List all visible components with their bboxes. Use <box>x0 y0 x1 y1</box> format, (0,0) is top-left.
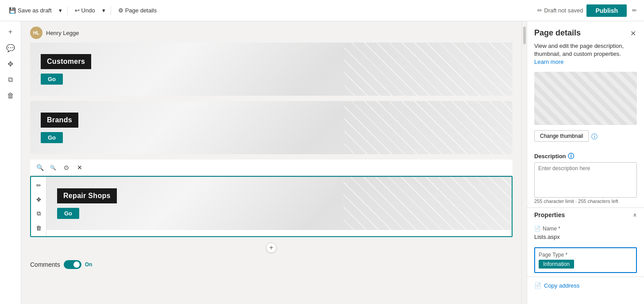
divider-2 <box>111 6 111 15</box>
comments-label: Comments <box>30 261 60 268</box>
name-value: Lists.aspx <box>534 234 637 240</box>
file-icon: 📄 <box>534 226 541 232</box>
repair-shops-card-title: Repair Shops <box>57 188 117 203</box>
webpart-duplicate-button[interactable]: ⧉ <box>33 208 44 219</box>
undo-label: Undo <box>81 7 95 14</box>
chevron-down-icon: ▾ <box>59 7 62 14</box>
panel-description-text: View and edit the page description, thum… <box>534 43 624 57</box>
publish-button[interactable]: Publish <box>586 4 627 17</box>
repair-shops-go-label: Go <box>64 210 72 217</box>
repair-shops-go-button[interactable]: Go <box>57 208 79 219</box>
copy-address-button[interactable]: 📄 Copy address <box>534 281 579 291</box>
scroll-bar[interactable] <box>521 21 527 304</box>
change-thumbnail-label: Change thumbnail <box>540 133 583 139</box>
toolbar: 💾 Save as draft ▾ ↩ Undo ▾ ⚙ Page detail… <box>0 0 644 21</box>
char-limit-text: 255 character limit · 255 characters lef… <box>527 198 644 207</box>
panel-description: View and edit the page description, thum… <box>527 42 644 72</box>
properties-chevron-icon: ∧ <box>633 212 637 218</box>
undo-group: ↩ Undo ▾ <box>71 5 107 16</box>
right-panel: Page details ✕ View and edit the page de… <box>527 21 644 304</box>
undo-dropdown-icon: ▾ <box>102 7 105 14</box>
webpart-toolbar: 🔍 🔍 ⊙ ✕ <box>30 160 513 176</box>
copy-address-icon: 📄 <box>534 282 541 289</box>
save-group: 💾 Save as draft ▾ <box>5 5 64 16</box>
sidebar-copy-icon[interactable]: ⧉ <box>4 73 18 87</box>
page-type-label: Page Type * <box>539 252 632 258</box>
thumbnail-info-icon: ⓘ <box>591 133 598 141</box>
name-label-text: Name * <box>543 226 560 232</box>
brands-card-title: Brands <box>41 113 78 128</box>
panel-header: Page details ✕ <box>527 21 644 42</box>
save-dropdown-button[interactable]: ▾ <box>57 5 64 16</box>
webpart-edit-button[interactable]: ✏ <box>33 179 44 191</box>
webpart-move-button[interactable]: ✥ <box>33 194 44 205</box>
description-section-label: Description ⓘ <box>527 149 644 162</box>
divider-1 <box>67 6 68 15</box>
sidebar-delete-icon[interactable]: 🗑 <box>4 89 18 103</box>
left-sidebar: + 💬 ✥ ⧉ 🗑 <box>0 21 21 304</box>
properties-header[interactable]: Properties ∧ <box>527 207 644 222</box>
repair-shops-webpart: ✏ ✥ ⧉ 🗑 Repair Shops Go <box>30 176 513 237</box>
brands-webpart: Brands Go <box>30 101 513 154</box>
thumbnail-image <box>534 72 637 125</box>
comments-toggle[interactable] <box>64 260 81 269</box>
undo-button[interactable]: ↩ Undo <box>71 5 99 16</box>
page-type-field[interactable]: Page Type * Information <box>534 247 637 273</box>
panel-close-button[interactable]: ✕ <box>629 28 637 39</box>
brands-webpart-inner[interactable]: Brands Go <box>30 101 513 154</box>
page-content: HL Henry Legge Customers Go <box>21 21 521 274</box>
sidebar-move-icon[interactable]: ✥ <box>4 57 18 71</box>
add-section-button[interactable]: + <box>266 242 277 253</box>
undo-dropdown-button[interactable]: ▾ <box>100 5 107 16</box>
close-toolbar-button[interactable]: ✕ <box>73 161 86 174</box>
customers-webpart: Customers Go <box>30 43 513 96</box>
description-info-icon: ⓘ <box>568 152 574 160</box>
zoom-reset-button[interactable]: ⊙ <box>60 161 73 174</box>
draft-status: ✏ Draft not saved <box>537 7 583 14</box>
customers-go-button[interactable]: Go <box>41 74 63 85</box>
description-textarea[interactable] <box>534 162 637 198</box>
repair-shops-webpart-inner[interactable]: Repair Shops Go <box>46 177 512 230</box>
brands-go-button[interactable]: Go <box>41 132 63 143</box>
sidebar-add-section[interactable]: + <box>4 25 18 39</box>
toggle-state-label: On <box>85 261 93 268</box>
draft-status-text: Draft not saved <box>544 7 583 14</box>
sidebar-comment-icon[interactable]: 💬 <box>4 41 18 55</box>
edit-icon: ✏ <box>632 7 637 14</box>
properties-title: Properties <box>534 211 565 218</box>
add-section-row: + <box>30 242 513 253</box>
bottom-actions: 📄 Copy address <box>527 277 644 294</box>
webpart-left-actions: ✏ ✥ ⧉ 🗑 <box>31 177 46 236</box>
save-as-draft-button[interactable]: 💾 Save as draft <box>5 5 55 16</box>
gear-icon: ⚙ <box>118 7 123 14</box>
webpart-delete-button[interactable]: 🗑 <box>33 222 44 234</box>
zoom-out-button[interactable]: 🔍 <box>47 161 59 174</box>
copy-address-label: Copy address <box>544 282 579 289</box>
page-details-label: Page details <box>125 7 157 14</box>
pencil-icon: ✏ <box>537 7 542 14</box>
learn-more-link[interactable]: Learn more <box>534 58 563 65</box>
customers-card-left: Customers Go <box>41 54 91 85</box>
customers-go-label: Go <box>48 76 56 82</box>
toggle-knob <box>73 261 80 268</box>
name-value-text: Lists.aspx <box>534 234 560 240</box>
learn-more-label: Learn more <box>534 58 563 65</box>
zoom-in-button[interactable]: 🔍 <box>34 161 46 174</box>
thumbnail-area <box>534 72 637 125</box>
author-row: HL Henry Legge <box>30 21 513 43</box>
page-type-label-text: Page Type * <box>539 252 567 258</box>
page-type-tag: Information <box>539 260 574 269</box>
name-field: 📄 Name * Lists.aspx <box>527 222 644 244</box>
undo-icon: ↩ <box>75 7 80 14</box>
panel-title: Page details <box>534 28 581 38</box>
brands-card-left: Brands Go <box>41 113 78 143</box>
edit-icon-button[interactable]: ✏ <box>630 5 639 16</box>
customers-card-title: Customers <box>41 54 91 69</box>
page-details-button[interactable]: ⚙ Page details <box>115 5 161 16</box>
change-thumbnail-button[interactable]: Change thumbnail <box>534 130 589 142</box>
customers-webpart-inner[interactable]: Customers Go <box>30 43 513 96</box>
avatar: HL <box>30 27 42 39</box>
content-area: HL Henry Legge Customers Go <box>21 21 521 304</box>
save-icon: 💾 <box>9 7 16 14</box>
repair-shops-card-left: Repair Shops Go <box>57 188 117 219</box>
